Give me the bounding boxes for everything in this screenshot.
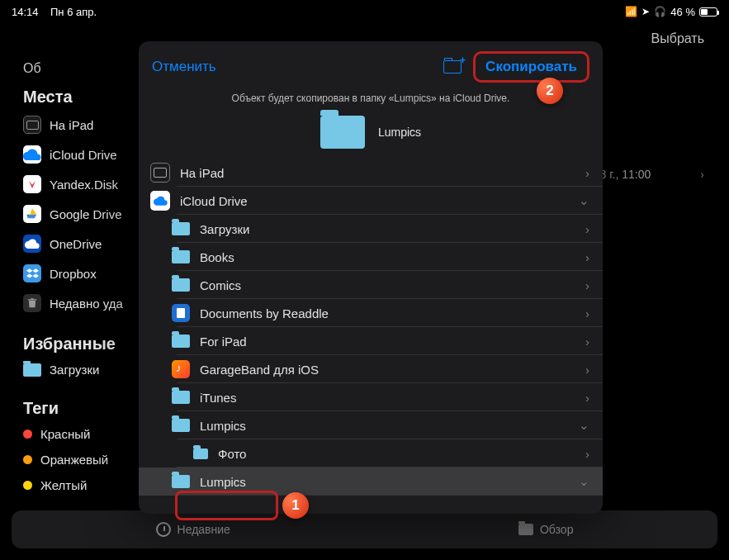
tab-recent[interactable]: Недавние [156,522,230,537]
bottom-tab-bar: Недавние Обзор [12,510,717,548]
destination-display: Lumpics [139,116,603,149]
status-bar: 14:14 Пн 6 апр. 📶 ➤ 🎧 46 % [0,0,729,21]
cloud-icon [23,145,41,164]
location-icon: ➤ [641,6,650,17]
row-label: Lumpics [200,475,579,489]
tab-browse[interactable]: Обзор [518,523,573,536]
sidebar-item-label: Yandex.Disk [50,178,118,192]
tag-dot-red [23,429,32,439]
tab-label: Недавние [178,523,230,536]
row-label: Documents by Readdle [200,306,585,320]
row-label: GarageBand для iOS [200,363,585,377]
onedrive-icon [23,235,41,253]
folder-icon [172,391,190,404]
ipad-icon [23,116,41,134]
sidebar-item-label: Желтый [40,478,87,492]
modal-header: Отменить Скопировать [139,41,603,89]
sidebar-item-label: iCloud Drive [50,148,117,162]
chevron-right-icon: › [585,222,589,236]
cancel-button[interactable]: Отменить [152,59,216,75]
tag-dot-yellow [23,481,32,490]
sidebar-item-label: Загрузки [50,363,99,377]
row-label: For iPad [200,335,585,349]
chevron-right-icon: › [585,447,589,461]
row-label: Фото [218,447,585,461]
chevron-down-icon: ⌄ [579,418,589,433]
tree-row-on-ipad[interactable]: На iPad› [139,159,603,187]
garageband-icon [172,360,190,378]
status-left: 14:14 Пн 6 апр. [12,6,97,18]
chevron-right-icon: › [585,335,589,349]
folder-icon [23,363,41,377]
folder-icon [320,116,365,149]
dropbox-icon [23,264,41,282]
sidebar-item-label: На iPad [50,118,93,132]
modal-header-right: Скопировать [443,51,589,83]
destination-label: Lumpics [378,126,421,139]
trash-icon [23,294,41,312]
folder-icon [193,448,208,459]
folder-tree: На iPad› iCloud Drive⌄ Загрузки› Books› … [139,159,603,496]
sidebar-item-label: Красный [40,427,90,441]
row-label: iCloud Drive [180,194,579,208]
sidebar-item-label: Оранжевый [40,453,108,467]
tree-row-books[interactable]: Books› [139,243,603,271]
cloud-icon [150,191,170,211]
chevron-right-icon: › [585,278,589,292]
tree-row-documents[interactable]: Documents by Readdle› [139,299,603,327]
tree-row-comics[interactable]: Comics› [139,271,603,299]
status-date: Пн 6 апр. [50,6,97,18]
row-label: iTunes [200,391,585,405]
row-label: Lumpics [200,419,579,433]
folder-icon [172,278,190,292]
tree-row-itunes[interactable]: iTunes› [139,383,603,411]
chevron-right-icon: › [585,363,589,377]
gdrive-icon [23,205,41,223]
modal-subtitle: Объект будет скопирован в папку «Lumpics… [139,89,603,112]
callout-badge-1: 1 [282,492,309,519]
chevron-down-icon: ⌄ [579,474,589,489]
chevron-right-icon: › [700,168,704,181]
documents-icon [172,304,190,322]
tree-row-garageband[interactable]: GarageBand для iOS› [139,355,603,383]
new-folder-icon[interactable] [443,60,462,74]
row-label: На iPad [180,166,585,180]
select-button[interactable]: Выбрать [651,31,704,46]
copy-modal: Отменить Скопировать Объект будет скопир… [139,41,603,514]
sidebar-item-label: Dropbox [50,267,97,281]
callout-badge-2: 2 [537,78,563,104]
sidebar-item-label: Google Drive [50,207,122,221]
chevron-right-icon: › [585,306,589,320]
battery-icon [699,7,717,17]
battery-pct: 46 % [670,6,695,18]
row-label: Books [200,250,585,264]
tree-row-foripad[interactable]: For iPad› [139,327,603,355]
chevron-right-icon: › [585,391,589,405]
status-right: 📶 ➤ 🎧 46 % [625,6,717,18]
tree-row-photo[interactable]: Фото› [139,439,603,467]
copy-button[interactable]: Скопировать [473,51,589,83]
folder-icon [172,335,190,348]
tree-row-downloads[interactable]: Загрузки› [139,215,603,243]
folder-icon [172,222,190,235]
folder-icon [172,250,190,263]
row-label: Comics [200,278,585,292]
chevron-right-icon: › [585,166,589,180]
tree-row-lumpics[interactable]: Lumpics⌄ [139,411,603,439]
chevron-right-icon: › [585,250,589,264]
folder-icon [172,419,190,432]
ipad-icon [150,163,170,183]
tree-row-lumpics-selected[interactable]: Lumpics⌄ [139,467,603,496]
status-time: 14:14 [12,6,39,18]
tree-row-icloud[interactable]: iCloud Drive⌄ [139,187,603,215]
row-label: Загрузки [200,222,585,236]
sidebar-item-label: Недавно уда [50,297,123,311]
wifi-icon: 📶 [625,6,637,17]
clock-icon [156,522,171,537]
folder-icon [172,475,190,488]
headphones-icon: 🎧 [654,6,666,17]
yandex-icon [23,175,41,193]
tag-dot-orange [23,455,32,464]
tab-label: Обзор [540,523,573,536]
folder-icon [518,524,533,535]
